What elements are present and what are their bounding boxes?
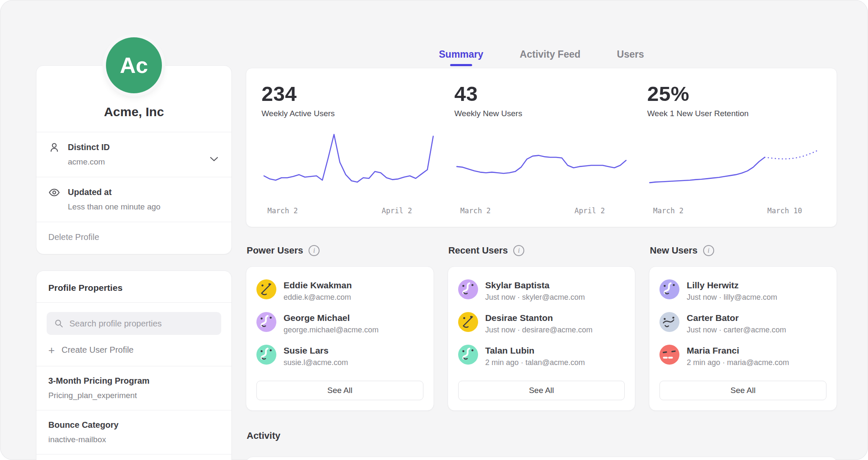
distinct-id-row[interactable]: Distinct ID acme.com: [36, 132, 231, 177]
user-row[interactable]: Desirae Stanton Just now · desirare@acme…: [458, 312, 625, 335]
stat-label: Weekly New Users: [454, 109, 629, 118]
see-all-button[interactable]: See All: [458, 381, 625, 400]
axis-tick: March 2: [653, 206, 684, 215]
axis-tick: March 2: [460, 206, 491, 215]
tab-summary[interactable]: Summary: [439, 49, 484, 68]
see-all-button[interactable]: See All: [256, 381, 423, 400]
property-row: Browser Chrome: [36, 454, 231, 460]
user-name: Desirae Stanton: [485, 313, 593, 323]
activity-section-title: Activity: [247, 430, 837, 441]
power-users-title: Power Users: [247, 245, 303, 256]
power-users-section: Power Users i Eddie Kwakman eddie.k@acme…: [246, 245, 434, 411]
user-row[interactable]: Skylar Baptista Just now · skyler@acme.c…: [458, 279, 625, 302]
search-input[interactable]: [70, 319, 214, 329]
field-value: acme.com: [68, 157, 110, 167]
recent-users-card: Skylar Baptista Just now · skyler@acme.c…: [448, 266, 636, 411]
stat-label: Weekly Active Users: [262, 109, 436, 118]
tab-activity-feed[interactable]: Activity Feed: [520, 49, 580, 68]
user-name: George Michael: [284, 313, 378, 323]
delete-profile-button[interactable]: Delete Profile: [36, 222, 231, 254]
user-email: Just now · skyler@acme.com: [485, 293, 585, 302]
recent-users-section: Recent Users i Skylar Baptista Just now …: [448, 245, 636, 411]
user-email: 2 min ago · talan@acme.com: [485, 358, 585, 367]
chevron-down-icon[interactable]: [209, 156, 219, 162]
axis-tick: March 10: [768, 206, 802, 215]
user-email: Just now · carter@acme.com: [687, 326, 786, 335]
search-icon: [54, 318, 64, 329]
user-avatar: [256, 345, 276, 365]
user-avatar: [256, 279, 276, 299]
property-label: Bounce Category: [48, 420, 220, 430]
property-row: Bounce Category inactive-mailbox: [36, 410, 231, 454]
user-name: Talan Lubin: [485, 346, 585, 356]
new-users-title: New Users: [650, 245, 698, 256]
property-row: 3-Month Pricing Program Pricing_plan_exp…: [36, 366, 231, 410]
user-row[interactable]: Eddie Kwakman eddie.k@acme.com: [256, 279, 423, 302]
person-icon: [48, 142, 60, 153]
user-row[interactable]: Talan Lubin 2 min ago · talan@acme.com: [458, 345, 625, 367]
weekly-active-users-chart: [262, 131, 436, 202]
recent-users-title: Recent Users: [448, 245, 508, 256]
user-avatar: [659, 312, 679, 332]
tab-users[interactable]: Users: [617, 49, 644, 68]
company-name: Acme, Inc: [36, 105, 231, 132]
user-avatar: [659, 345, 679, 365]
company-avatar: Ac: [106, 37, 162, 93]
field-value: Less than one minute ago: [68, 202, 161, 212]
profile-properties-card: Profile Properties + Create User Profile…: [36, 270, 232, 460]
user-lists-row: Power Users i Eddie Kwakman eddie.k@acme…: [246, 245, 837, 411]
user-name: Skylar Baptista: [485, 280, 585, 290]
user-name: Eddie Kwakman: [284, 280, 352, 290]
user-name: Maria Franci: [687, 346, 789, 356]
axis-tick: April 2: [382, 206, 412, 215]
user-email: george.michael@acme.com: [284, 326, 378, 335]
user-row[interactable]: Maria Franci 2 min ago · maria@acme.com: [659, 345, 826, 367]
profile-sidebar: Ac Acme, Inc Distinct ID acme.com: [36, 37, 232, 460]
user-name: Carter Bator: [687, 313, 786, 323]
user-email: Just now · lilly@acme.com: [687, 293, 777, 302]
property-search[interactable]: [47, 312, 221, 335]
field-label: Distinct ID: [68, 142, 110, 152]
user-avatar: [458, 345, 478, 365]
create-user-profile-button[interactable]: + Create User Profile: [36, 337, 231, 366]
user-email: eddie.k@acme.com: [284, 293, 352, 302]
stat-value: 25%: [647, 82, 821, 106]
axis-tick: April 2: [575, 206, 605, 215]
updated-at-row: Updated at Less than one minute ago: [36, 177, 231, 222]
new-users-card: Lilly Herwitz Just now · lilly@acme.com …: [649, 266, 837, 411]
create-user-profile-label: Create User Profile: [61, 345, 134, 355]
stat-weekly-active-users: 234 Weekly Active Users March 2 April 2: [262, 82, 436, 219]
user-row[interactable]: Carter Bator Just now · carter@acme.com: [659, 312, 826, 335]
activity-stats-card: 234 240 3.4k: [246, 457, 837, 460]
info-icon[interactable]: i: [513, 245, 524, 256]
main-content: Summary Activity Feed Users 234 Weekly A…: [246, 0, 837, 460]
app-window: Ac Acme, Inc Distinct ID acme.com: [0, 0, 868, 460]
property-value: inactive-mailbox: [48, 435, 220, 444]
see-all-button[interactable]: See All: [659, 381, 826, 400]
user-row[interactable]: Susie Lars susie.l@acme.com: [256, 345, 423, 367]
user-row[interactable]: Lilly Herwitz Just now · lilly@acme.com: [659, 279, 826, 302]
weekly-new-users-chart: [454, 131, 629, 202]
info-icon[interactable]: i: [703, 245, 714, 256]
property-label: 3-Month Pricing Program: [48, 376, 220, 386]
stat-weekly-new-users: 43 Weekly New Users March 2 April 2: [454, 82, 629, 219]
profile-properties-title: Profile Properties: [36, 271, 231, 302]
stat-value: 234: [262, 82, 436, 106]
user-avatar: [659, 279, 679, 299]
summary-stats-card: 234 Weekly Active Users March 2 April 2 …: [246, 68, 837, 227]
tab-bar: Summary Activity Feed Users: [246, 0, 837, 68]
power-users-card: Eddie Kwakman eddie.k@acme.com George Mi…: [246, 266, 434, 411]
field-label: Updated at: [68, 187, 161, 197]
week1-retention-chart: [647, 131, 821, 202]
profile-summary-card: Acme, Inc Distinct ID acme.com: [36, 65, 232, 254]
axis-tick: March 2: [267, 206, 298, 215]
user-name: Lilly Herwitz: [687, 280, 777, 290]
eye-icon: [48, 187, 60, 198]
company-avatar-initials: Ac: [120, 53, 148, 78]
stat-value: 43: [454, 82, 629, 106]
user-avatar: [458, 279, 478, 299]
user-email: susie.l@acme.com: [284, 358, 348, 367]
user-email: 2 min ago · maria@acme.com: [687, 358, 789, 367]
info-icon[interactable]: i: [309, 245, 320, 256]
user-row[interactable]: George Michael george.michael@acme.com: [256, 312, 423, 335]
